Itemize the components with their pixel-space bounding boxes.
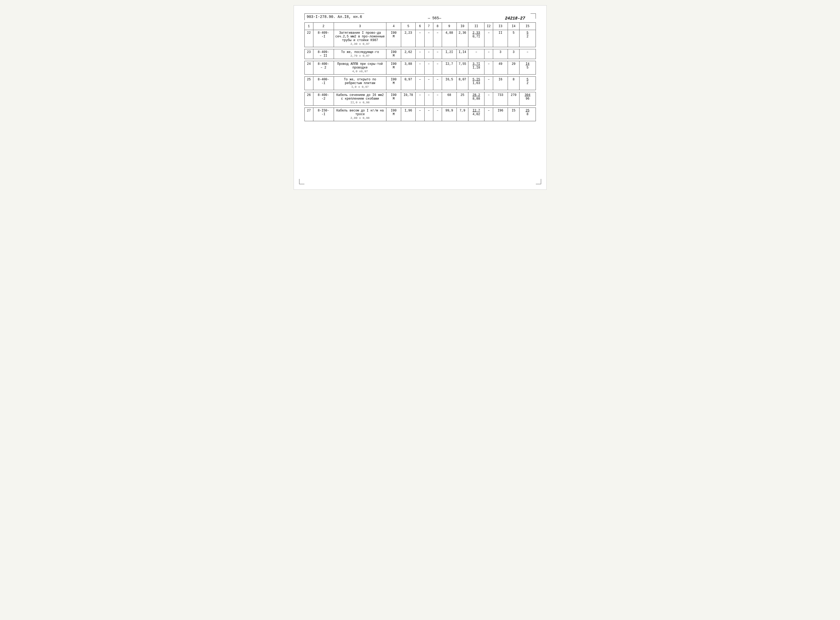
row-col10: 8,07: [456, 77, 468, 90]
row-col10: 7,9: [456, 108, 468, 121]
row-unit: I00 М: [386, 92, 401, 106]
row-col7: –: [425, 61, 433, 75]
row-col14: 270: [507, 92, 519, 106]
corner-tr: [531, 14, 536, 19]
row-col10: I,I4: [456, 49, 468, 59]
row-col7: –: [425, 77, 433, 90]
spacer-row: [304, 75, 536, 77]
table-row: 238-409- – IIТо же, последующе-го2,70 x …: [304, 49, 536, 59]
row-col11: 5,I5I,63: [468, 77, 485, 90]
row-code: 8-409- -I: [313, 30, 334, 47]
row-col6: –: [415, 49, 425, 59]
row-col15: 258: [519, 108, 536, 121]
row-col15: 52: [519, 77, 536, 90]
row-code: 8-400- – 2: [313, 61, 334, 75]
table-row: 248-400- – 2Провод АППВ при скры-той про…: [304, 61, 536, 75]
th-15: I5: [519, 23, 536, 30]
row-col7: –: [425, 30, 433, 47]
row-desc: Кабель сечением до I6 мм2 с креплением с…: [334, 92, 386, 106]
row-col5: 2,23: [401, 30, 415, 47]
row-col9: 68: [442, 92, 457, 106]
row-num: 22: [304, 30, 313, 47]
row-desc: Провод АППВ при скры-той проводке4,0 x0,…: [334, 61, 386, 75]
th-6: 6: [415, 23, 425, 30]
th-12: I2: [485, 23, 493, 30]
row-unit: I00 М: [386, 49, 401, 59]
row-unit: I00 М: [386, 108, 401, 121]
row-col15: 30496: [519, 92, 536, 106]
row-col5: 3,88: [401, 61, 415, 75]
row-col13: I6: [493, 77, 508, 90]
page-number: — 565—: [364, 14, 505, 20]
row-col6: –: [415, 77, 425, 90]
spacer-row: [304, 47, 536, 49]
table-row: 258-400- -IТо же, открыто по ребристым п…: [304, 77, 536, 90]
row-col14: 5: [507, 30, 519, 47]
row-unit: I00 М: [386, 30, 401, 47]
row-num: 24: [304, 61, 313, 75]
row-col8: –: [433, 108, 442, 121]
row-col15: 52: [519, 30, 536, 47]
th-3: 3: [334, 23, 386, 30]
row-col6: –: [415, 108, 425, 121]
row-col11: 28,28,88: [468, 92, 485, 106]
page: 903-I-278.90. Ал.I8, кн.6 — 565— 24218-2…: [294, 5, 546, 190]
doc-number: 24218-27: [505, 14, 531, 21]
row-unit: I00 М: [386, 77, 401, 90]
th-13: I3: [493, 23, 508, 30]
row-col10: 2,36: [456, 30, 468, 47]
row-col8: –: [433, 30, 442, 47]
row-col14: 29: [507, 61, 519, 75]
row-num: 25: [304, 77, 313, 90]
th-4: 4: [386, 23, 401, 30]
row-col7: –: [425, 108, 433, 121]
th-14: I4: [507, 23, 519, 30]
row-code: 8-I50- -I: [313, 108, 334, 121]
row-col6: –: [415, 92, 425, 106]
table-row: 278-I50- -IКабель весом до I кг/м на тро…: [304, 108, 536, 121]
th-9: 9: [442, 23, 457, 30]
row-col12: –: [485, 108, 493, 121]
row-col12: –: [485, 30, 493, 47]
row-col11: 3,7II,I8: [468, 61, 485, 75]
row-col11: I2,74,02: [468, 108, 485, 121]
th-2: 2: [313, 23, 334, 30]
row-desc: То же, открыто по ребристым плитамI,0 x …: [334, 77, 386, 90]
row-num: 23: [304, 49, 313, 59]
row-desc: Кабель весом до I кг/м на тросе2,00 x 0,…: [334, 108, 386, 121]
row-col9: 4,88: [442, 30, 457, 47]
row-desc: Затягивание I прово-да сеч.2,5 мм2 в про…: [334, 30, 386, 47]
table-header-row: 1 2 3 4 5 6 7 8 9 I0 II I2 I3 I4 I5: [304, 23, 536, 30]
main-table: 1 2 3 4 5 6 7 8 9 I0 II I2 I3 I4 I5 228-…: [304, 23, 536, 121]
th-7: 7: [425, 23, 433, 30]
row-col9: I,2I: [442, 49, 457, 59]
row-code: 8-409- – II: [313, 49, 334, 59]
th-5: 5: [401, 23, 415, 30]
row-num: 26: [304, 92, 313, 106]
row-col15: –: [519, 49, 536, 59]
row-col8: –: [433, 77, 442, 90]
header-area: 903-I-278.90. Ал.I8, кн.6 — 565— 24218-2…: [304, 14, 536, 21]
row-col6: –: [415, 61, 425, 75]
row-col14: I5: [507, 108, 519, 121]
spacer-row: [304, 90, 536, 92]
row-col5: 0,97: [401, 77, 415, 90]
row-col11: 2,330,7I: [468, 30, 485, 47]
row-col9: 99,9: [442, 108, 457, 121]
row-col10: 25: [456, 92, 468, 106]
row-code: 8-400- -2: [313, 92, 334, 106]
corner-bl: [299, 179, 304, 184]
table-row: 228-409- -IЗатягивание I прово-да сеч.2,…: [304, 30, 536, 47]
th-8: 8: [433, 23, 442, 30]
row-col13: 49: [493, 61, 508, 75]
row-col13: 3: [493, 49, 508, 59]
row-col13: I96: [493, 108, 508, 121]
row-col6: –: [415, 30, 425, 47]
row-col12: –: [485, 61, 493, 75]
row-col12: –: [485, 49, 493, 59]
row-col7: –: [425, 92, 433, 106]
row-col14: 3: [507, 49, 519, 59]
spacer-row: [304, 106, 536, 108]
row-col12: –: [485, 92, 493, 106]
row-col8: –: [433, 49, 442, 59]
